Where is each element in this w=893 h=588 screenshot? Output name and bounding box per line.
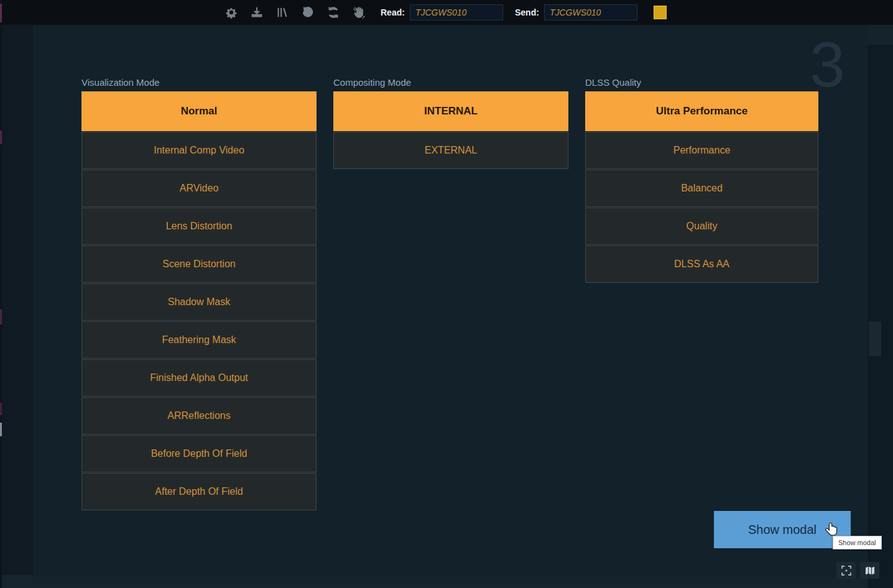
option-normal[interactable]: Normal xyxy=(81,91,317,131)
option-finished-alpha-output[interactable]: Finished Alpha Output xyxy=(81,359,317,397)
download-icon[interactable] xyxy=(249,5,264,20)
sync-icon[interactable] xyxy=(326,5,341,20)
read-input[interactable] xyxy=(410,4,503,21)
visualization-mode-group: Visualization Mode Normal Internal Comp … xyxy=(81,77,317,511)
option-feathering-mask[interactable]: Feathering Mask xyxy=(81,321,317,359)
option-balanced[interactable]: Balanced xyxy=(585,170,818,207)
record-indicator-square[interactable] xyxy=(654,6,667,19)
option-quality[interactable]: Quality xyxy=(585,208,818,245)
dlss-quality-group: DLSS Quality Ultra Performance Performan… xyxy=(585,77,818,283)
left-edge-strip xyxy=(0,0,2,588)
scrollbar-thumb[interactable] xyxy=(869,321,881,356)
dlss-quality-title: DLSS Quality xyxy=(585,77,818,91)
right-scroll-strip xyxy=(868,25,893,588)
send-field-group: Send: xyxy=(515,0,637,25)
option-performance[interactable]: Performance xyxy=(585,132,818,169)
option-shadow-mask[interactable]: Shadow Mask xyxy=(81,283,317,321)
fit-view-icon xyxy=(841,565,852,576)
library-icon[interactable] xyxy=(275,5,290,20)
bottom-strip xyxy=(0,575,893,588)
top-toolbar: Read: Send: xyxy=(0,0,893,25)
compositing-mode-group: Compositing Mode INTERNAL EXTERNAL xyxy=(333,77,568,170)
send-label: Send: xyxy=(515,7,539,17)
show-modal-button[interactable]: Show modal xyxy=(714,511,851,548)
glitch-artifact xyxy=(0,403,2,415)
option-after-depth-of-field[interactable]: After Depth Of Field xyxy=(81,473,317,510)
read-field-group: Read: xyxy=(381,0,503,25)
glitch-artifact xyxy=(0,4,2,22)
settings-icon[interactable] xyxy=(224,5,239,20)
map-button[interactable] xyxy=(860,562,879,579)
show-modal-tooltip: Show modal xyxy=(833,536,882,549)
option-internal[interactable]: INTERNAL xyxy=(333,91,568,131)
toolbar-icon-group xyxy=(224,0,366,25)
option-internal-comp-video[interactable]: Internal Comp Video xyxy=(81,132,317,169)
send-input[interactable] xyxy=(544,4,637,21)
visualization-mode-title: Visualization Mode xyxy=(81,77,317,91)
option-arreflections[interactable]: ARReflections xyxy=(81,397,317,434)
glitch-artifact xyxy=(0,310,2,324)
option-ultra-performance[interactable]: Ultra Performance xyxy=(585,91,818,131)
option-lens-distortion[interactable]: Lens Distortion xyxy=(81,208,317,245)
option-dlss-as-aa[interactable]: DLSS As AA xyxy=(585,246,818,283)
option-scene-distortion[interactable]: Scene Distortion xyxy=(81,246,317,283)
option-arvideo[interactable]: ARVideo xyxy=(81,170,317,207)
right-strip-top-block xyxy=(868,25,893,45)
fit-view-button[interactable] xyxy=(836,562,856,579)
compositing-mode-title: Compositing Mode xyxy=(333,77,568,91)
read-label: Read: xyxy=(381,7,405,17)
glitch-artifact xyxy=(0,131,2,144)
map-icon xyxy=(864,565,876,576)
option-before-depth-of-field[interactable]: Before Depth Of Field xyxy=(81,435,317,472)
history-icon[interactable] xyxy=(300,5,315,20)
option-external[interactable]: EXTERNAL xyxy=(333,132,568,169)
hand-gesture-icon[interactable] xyxy=(351,5,366,20)
glitch-artifact xyxy=(0,423,2,436)
